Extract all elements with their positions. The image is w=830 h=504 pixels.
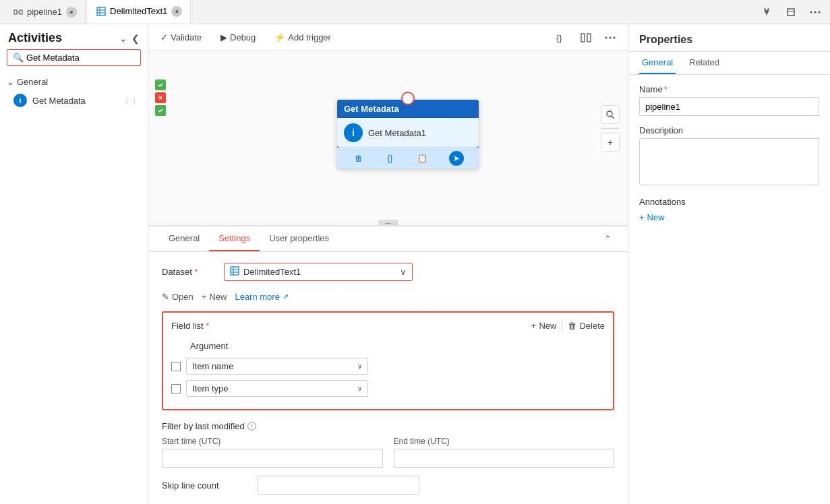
tab-delimitedtext1-label: DelimitedText1 xyxy=(110,6,167,16)
props-tab-general[interactable]: General xyxy=(639,52,676,74)
dataset-dropdown[interactable]: DelimitedText1 ∨ xyxy=(224,263,413,281)
node-body: i Get Metadata1 xyxy=(337,118,479,148)
field-dropdown-1[interactable]: Item name ∨ xyxy=(186,358,368,375)
end-time-input[interactable] xyxy=(394,449,615,468)
new-dataset-button[interactable]: + New xyxy=(202,292,227,302)
node-activity-icon: i xyxy=(344,123,363,142)
props-name-field: Name * xyxy=(639,84,819,116)
dataset-dd-text: DelimitedText1 xyxy=(243,267,396,277)
dataset-row: Dataset * DelimitedText1 ∨ xyxy=(162,263,614,281)
tab-delimitedtext1[interactable]: DelimitedText1 ● xyxy=(88,0,191,24)
svg-point-16 xyxy=(610,36,612,38)
props-tab-related[interactable]: Related xyxy=(686,52,722,74)
dataset-required: * xyxy=(194,267,198,277)
columns-icon[interactable] xyxy=(576,28,595,47)
field-dropdown-2[interactable]: Item type ∨ xyxy=(186,380,368,397)
new-field-button[interactable]: + New xyxy=(531,321,557,331)
validate-checkmark-icon: ✓ xyxy=(160,32,168,42)
node-copy-icon[interactable]: 📋 xyxy=(415,152,430,164)
field-list-divider xyxy=(562,319,562,332)
node-delete-icon[interactable]: 🗑 xyxy=(352,152,365,164)
canvas-search-btn[interactable] xyxy=(601,105,620,124)
link-actions: ✎ Open + New Learn more ↗ xyxy=(162,292,614,302)
sidebar-close-icon[interactable]: ❮ xyxy=(131,33,140,44)
toolbar: ✓ Validate ▶ Debug ⚡ Add trigger {} xyxy=(148,24,628,51)
field-dropdown-1-text: Item name xyxy=(192,361,353,371)
start-time-label: Start time (UTC) xyxy=(162,437,383,446)
node-activity-name: Get Metadata1 xyxy=(368,128,472,138)
search-input[interactable] xyxy=(26,53,140,63)
properties-header: Properties xyxy=(628,24,830,52)
tab-settings[interactable]: Settings xyxy=(209,226,260,251)
sidebar-item-getmetadata[interactable]: i Get Metadata ⋮⋮ xyxy=(0,90,148,111)
node-side-icons xyxy=(155,80,166,116)
end-time-label: End time (UTC) xyxy=(394,437,615,446)
getmetadata-icon: i xyxy=(13,94,27,107)
tab-pipeline1-close[interactable]: ● xyxy=(66,7,77,18)
node-go-icon[interactable]: ➤ xyxy=(449,151,464,166)
node-header-label: Get Metadata xyxy=(344,104,399,114)
add-trigger-button[interactable]: ⚡ Add trigger xyxy=(270,30,335,45)
svg-point-11 xyxy=(819,11,821,13)
field-checkbox-2[interactable] xyxy=(171,384,181,393)
svg-rect-1 xyxy=(20,10,22,14)
validate-button[interactable]: ✓ Validate xyxy=(156,30,206,45)
more-icon[interactable] xyxy=(806,3,825,22)
skip-input[interactable] xyxy=(258,476,419,495)
expand-icon[interactable] xyxy=(781,3,800,22)
title-bar: pipeline1 ● DelimitedText1 ● xyxy=(0,0,830,24)
node-code-icon[interactable]: {} xyxy=(384,152,395,164)
node-top-connector xyxy=(401,92,415,105)
settings-content: Dataset * DelimitedText1 ∨ ✎ xyxy=(148,252,628,504)
code-editor-icon[interactable]: {} xyxy=(552,28,571,47)
learn-more-link[interactable]: Learn more ↗ xyxy=(235,292,288,302)
sidebar-group-collapse-icon: ⌄ xyxy=(7,77,14,87)
pipeline-icon xyxy=(13,7,23,17)
field-item-row-1: Item name ∨ xyxy=(171,358,605,375)
add-trigger-label: Add trigger xyxy=(288,32,331,42)
svg-point-20 xyxy=(607,111,612,117)
filter-info-icon[interactable]: i xyxy=(247,422,256,431)
debug-play-icon: ▶ xyxy=(220,32,227,42)
tab-general[interactable]: General xyxy=(159,226,209,251)
props-description-textarea[interactable] xyxy=(639,138,819,185)
tab-user-properties[interactable]: User properties xyxy=(260,226,338,251)
svg-point-10 xyxy=(814,11,817,13)
delete-field-button[interactable]: 🗑 Delete xyxy=(568,321,605,331)
tab-pipeline1[interactable]: pipeline1 ● xyxy=(5,0,86,24)
tab-delimitedtext1-close[interactable]: ● xyxy=(171,6,182,17)
canvas-controls: + xyxy=(601,105,620,152)
node-fail-icon xyxy=(155,92,166,103)
props-name-input[interactable] xyxy=(639,97,819,116)
field-list-actions: + New 🗑 Delete xyxy=(531,319,605,332)
start-time-input[interactable] xyxy=(162,449,383,468)
content-area: ✓ Validate ▶ Debug ⚡ Add trigger {} xyxy=(148,24,628,504)
field-dropdown-2-text: Item type xyxy=(192,383,353,393)
sidebar-item-actions: ⋮⋮ xyxy=(123,96,138,105)
debug-button[interactable]: ▶ Debug xyxy=(216,30,260,45)
details-collapse-btn[interactable]: ⌃ xyxy=(599,226,617,251)
canvas-zoom-in-btn[interactable]: + xyxy=(601,133,620,152)
field-col-header: Argument xyxy=(171,338,605,354)
open-button[interactable]: ✎ Open xyxy=(162,292,194,302)
node-bottom-actions: 🗑 {} 📋 ➤ xyxy=(337,148,479,168)
props-name-label: Name * xyxy=(639,84,819,94)
properties-content: Name * Description Annotations + New xyxy=(628,75,830,504)
toolbar-more-icon[interactable] xyxy=(601,28,620,47)
dataset-dd-arrow: ∨ xyxy=(400,267,407,277)
canvas-collapse-handle[interactable]: — xyxy=(378,220,398,225)
end-time-field: End time (UTC) xyxy=(394,437,615,468)
minimize-icon[interactable] xyxy=(757,3,776,22)
sidebar-group-header-general[interactable]: ⌄ General xyxy=(0,74,148,90)
field-dropdown-1-arrow: ∨ xyxy=(357,363,362,370)
add-trigger-icon: ⚡ xyxy=(274,32,285,42)
svg-rect-3 xyxy=(97,7,105,15)
field-checkbox-1[interactable] xyxy=(171,362,181,371)
activity-node[interactable]: Get Metadata i Get Metadata1 🗑 {} 📋 ➤ xyxy=(337,100,479,168)
search-box: 🔍 xyxy=(7,49,141,66)
tab-pipeline1-label: pipeline1 xyxy=(27,7,62,17)
sidebar-collapse-icon[interactable]: ⌄ xyxy=(119,33,127,44)
new-annotation-button[interactable]: + New xyxy=(639,212,819,222)
main-layout: Activities ⌄ ❮ 🔍 ⌄ General i Get Metadat… xyxy=(0,24,830,504)
title-actions xyxy=(757,3,825,22)
